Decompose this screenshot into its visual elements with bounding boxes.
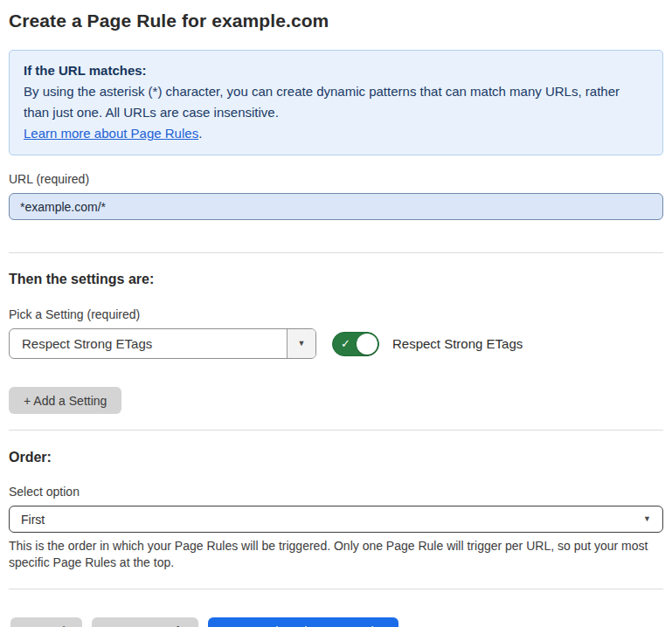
chevron-down-icon: ▼ xyxy=(298,340,306,348)
order-section-heading: Order: xyxy=(9,450,663,465)
page-title: Create a Page Rule for example.com xyxy=(9,10,663,31)
settings-section-heading: Then the settings are: xyxy=(9,272,663,287)
setting-dropdown-value: Respect Strong ETags xyxy=(10,329,287,358)
divider xyxy=(9,430,663,431)
order-select[interactable]: First ▼ xyxy=(9,506,663,533)
check-icon: ✓ xyxy=(341,337,350,350)
toggle-label: Respect Strong ETags xyxy=(392,336,523,351)
order-select-label: Select option xyxy=(9,485,663,499)
add-setting-button[interactable]: + Add a Setting xyxy=(9,387,121,414)
save-as-draft-button[interactable]: Save as Draft xyxy=(92,617,199,627)
url-input[interactable] xyxy=(9,193,663,220)
setting-row: Respect Strong ETags ▼ ✓ Respect Strong … xyxy=(9,328,663,359)
url-match-info-box: If the URL matches: By using the asteris… xyxy=(9,50,663,155)
info-box-heading: If the URL matches: xyxy=(24,60,648,81)
info-box-body-text: By using the asterisk (*) character, you… xyxy=(24,84,620,120)
setting-toggle[interactable]: ✓ xyxy=(332,332,379,356)
order-select-value: First xyxy=(21,513,45,527)
url-field-label: URL (required) xyxy=(9,172,663,186)
setting-dropdown[interactable]: Respect Strong ETags ▼ xyxy=(9,328,316,359)
order-help-text: This is the order in which your Page Rul… xyxy=(9,538,663,571)
chevron-down-icon: ▼ xyxy=(643,515,651,523)
divider xyxy=(9,252,663,253)
page-rule-form: Create a Page Rule for example.com If th… xyxy=(0,0,672,627)
save-and-deploy-button[interactable]: Save and Deploy Page Rule xyxy=(208,617,398,627)
footer-actions: Cancel Save as Draft Save and Deploy Pag… xyxy=(9,603,663,627)
info-box-body: By using the asterisk (*) character, you… xyxy=(24,81,648,144)
cancel-button[interactable]: Cancel xyxy=(10,617,82,627)
setting-picker-label: Pick a Setting (required) xyxy=(9,307,663,321)
learn-more-link[interactable]: Learn more about Page Rules xyxy=(24,126,198,141)
toggle-knob xyxy=(357,334,378,355)
setting-dropdown-arrow-box[interactable]: ▼ xyxy=(287,329,315,358)
link-period: . xyxy=(198,126,202,141)
divider xyxy=(9,589,663,589)
